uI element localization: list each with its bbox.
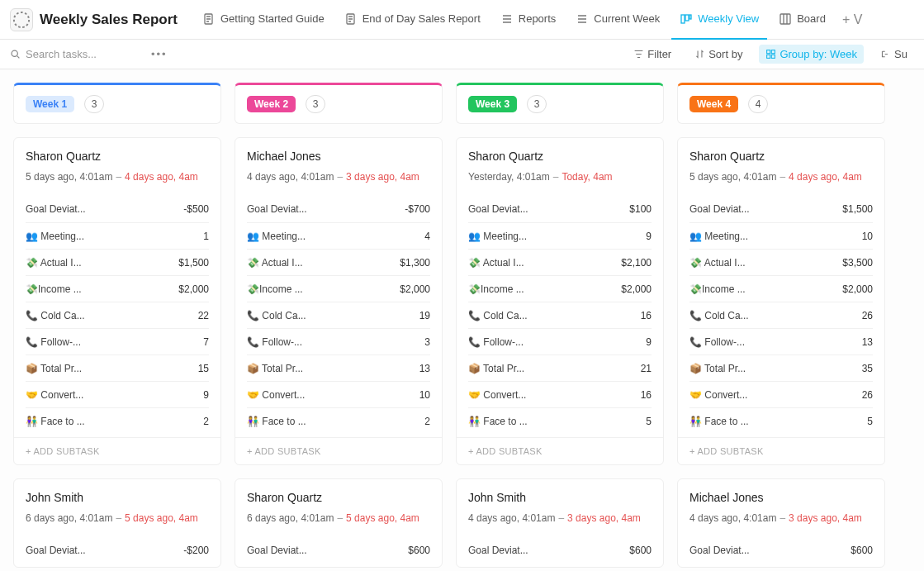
cards-container: Sharon Quartz5 days ago, 4:01am–4 days a…: [677, 137, 885, 568]
field-label: 📞 Follow-...: [689, 336, 745, 348]
field-label: 📦 Total Pr...: [689, 363, 746, 374]
add-subtask-button[interactable]: + ADD SUBTASK: [457, 437, 663, 464]
tab-label: End of Day Sales Report: [362, 12, 481, 25]
field-label: 🤝 Convert...: [689, 389, 747, 401]
group-by-button[interactable]: Group by: Week: [759, 45, 864, 64]
field-value: 5: [867, 416, 873, 427]
task-card[interactable]: John Smith6 days ago, 4:01am–5 days ago,…: [13, 478, 221, 568]
card-dates: Yesterday, 4:01am–Today, 4am: [468, 171, 652, 183]
tab-reports[interactable]: Reports: [492, 0, 565, 40]
field-value: $2,000: [621, 283, 652, 295]
field-row: 🤝 Convert...9: [26, 381, 209, 407]
field-value: 9: [646, 336, 652, 348]
card-assignee: Michael Jones: [689, 491, 873, 504]
search-input[interactable]: [26, 48, 141, 60]
tab-getting-started[interactable]: Getting Started Guide: [194, 0, 333, 40]
task-card[interactable]: Sharon QuartzYesterday, 4:01am–Today, 4a…: [456, 137, 664, 465]
task-card[interactable]: John Smith4 days ago, 4:01am–3 days ago,…: [456, 478, 664, 568]
tab-board[interactable]: Board: [770, 0, 834, 40]
field-value: 10: [862, 231, 873, 242]
field-value: $100: [629, 203, 652, 215]
card-fields: Goal Deviat...$1,500👥 Meeting...10💸 Actu…: [689, 196, 873, 434]
svg-rect-10: [767, 55, 770, 58]
field-label: 👥 Meeting...: [468, 231, 527, 242]
field-label: 👫 Face to ...: [468, 416, 528, 427]
task-card[interactable]: Michael Jones4 days ago, 4:01am–3 days a…: [235, 137, 443, 465]
date-end: 3 days ago, 4am: [346, 171, 419, 183]
task-card[interactable]: Sharon Quartz6 days ago, 4:01am–5 days a…: [235, 478, 443, 568]
card-fields: Goal Deviat...$600: [468, 537, 652, 564]
field-value: 13: [419, 363, 430, 374]
doc-icon: [202, 12, 216, 26]
board-column: Week 33Sharon QuartzYesterday, 4:01am–To…: [456, 83, 664, 568]
board-column: Week 23Michael Jones4 days ago, 4:01am–3…: [235, 83, 443, 568]
sort-button[interactable]: Sort by: [688, 45, 749, 64]
tab-end-of-day[interactable]: End of Day Sales Report: [336, 0, 489, 40]
card-dates: 4 days ago, 4:01am–3 days ago, 4am: [689, 512, 873, 524]
card-fields: Goal Deviat...$600: [689, 537, 873, 564]
add-subtask-button[interactable]: + ADD SUBTASK: [678, 437, 884, 464]
more-icon[interactable]: •••: [151, 48, 168, 60]
date-end: 3 days ago, 4am: [789, 512, 862, 524]
field-value: $3,500: [842, 257, 873, 269]
card-dates: 6 days ago, 4:01am–5 days ago, 4am: [26, 512, 209, 524]
filter-button[interactable]: Filter: [627, 45, 678, 64]
field-row: 💸Income ...$2,000: [689, 275, 873, 302]
board-column: Week 44Sharon Quartz5 days ago, 4:01am–4…: [677, 83, 885, 568]
field-label: 🤝 Convert...: [468, 389, 526, 401]
tab-weekly-view[interactable]: Weekly View: [671, 0, 767, 40]
card-dates: 4 days ago, 4:01am–3 days ago, 4am: [468, 512, 652, 524]
field-row: 💸 Actual I...$3,500: [689, 249, 873, 275]
svg-rect-5: [689, 15, 691, 19]
subtasks-button[interactable]: Su: [874, 45, 914, 64]
field-label: 👫 Face to ...: [26, 416, 85, 427]
column-header[interactable]: Week 23: [235, 83, 443, 124]
field-label: 👥 Meeting...: [247, 231, 306, 242]
field-value: 13: [862, 336, 873, 348]
week-badge: Week 3: [468, 96, 517, 112]
card-assignee: Sharon Quartz: [247, 491, 430, 504]
field-row: 👫 Face to ...5: [689, 407, 873, 434]
field-label: 📦 Total Pr...: [247, 363, 303, 374]
date-start: 6 days ago, 4:01am: [26, 512, 112, 524]
field-value: -$700: [405, 203, 430, 215]
task-card[interactable]: Sharon Quartz5 days ago, 4:01am–4 days a…: [13, 137, 221, 465]
field-label: 📞 Follow-...: [247, 336, 302, 348]
field-row: Goal Deviat...$600: [468, 537, 652, 564]
tab-label: Board: [797, 12, 826, 25]
field-row: 📦 Total Pr...13: [247, 354, 430, 381]
add-subtask-button[interactable]: + ADD SUBTASK: [14, 437, 220, 464]
column-header[interactable]: Week 13: [13, 83, 221, 124]
card-dates: 5 days ago, 4:01am–4 days ago, 4am: [689, 171, 873, 183]
tab-label: Current Week: [594, 12, 660, 25]
field-row: 👥 Meeting...4: [247, 222, 430, 249]
card-fields: Goal Deviat...$600: [247, 537, 430, 564]
field-row: 🤝 Convert...10: [247, 381, 430, 407]
card-dates: 6 days ago, 4:01am–5 days ago, 4am: [247, 512, 430, 524]
task-card[interactable]: Michael Jones4 days ago, 4:01am–3 days a…: [677, 478, 885, 568]
tab-current-week[interactable]: Current Week: [567, 0, 668, 40]
svg-rect-8: [767, 50, 770, 54]
field-value: $1,300: [400, 257, 430, 269]
card-fields: Goal Deviat...$100👥 Meeting...9💸 Actual …: [468, 196, 652, 434]
field-value: 7: [203, 336, 209, 348]
add-subtask-button[interactable]: + ADD SUBTASK: [235, 437, 442, 464]
filter-label: Filter: [647, 48, 671, 60]
field-label: 📞 Cold Ca...: [247, 310, 306, 321]
field-label: Goal Deviat...: [26, 203, 86, 215]
field-row: Goal Deviat...-$700: [247, 196, 430, 222]
date-end: Today, 4am: [562, 171, 612, 183]
column-count: 3: [84, 95, 104, 113]
field-row: 🤝 Convert...26: [689, 381, 873, 407]
field-row: 📞 Follow-...7: [26, 328, 209, 354]
field-value: -$200: [183, 545, 209, 556]
field-row: 👫 Face to ...2: [247, 407, 430, 434]
add-view-button[interactable]: + V: [837, 12, 867, 27]
field-row: 📦 Total Pr...35: [689, 354, 873, 381]
task-card[interactable]: Sharon Quartz5 days ago, 4:01am–4 days a…: [677, 137, 885, 465]
date-start: 4 days ago, 4:01am: [247, 171, 334, 183]
column-header[interactable]: Week 44: [677, 83, 885, 124]
column-header[interactable]: Week 33: [456, 83, 664, 124]
field-label: Goal Deviat...: [247, 545, 307, 556]
date-end: 5 days ago, 4am: [125, 512, 198, 524]
